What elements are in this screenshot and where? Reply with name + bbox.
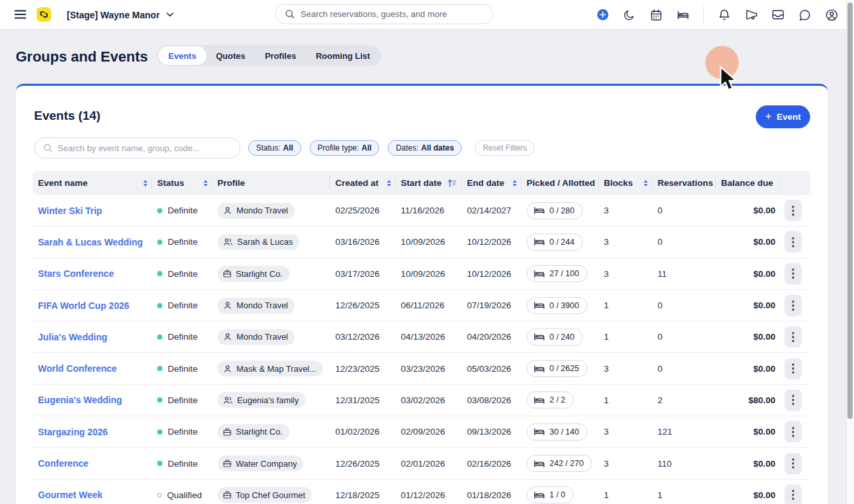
event-name-link[interactable]: FIFA World Cup 2026 [33,300,152,311]
picked-allotted-pill: 0 / 3900 [527,297,587,314]
tab-quotes[interactable]: Quotes [206,46,255,65]
event-name-link[interactable]: Julia's Wedding [33,332,152,342]
filter-chip-profile-type[interactable]: Profile type:All [310,140,380,156]
event-end-date: 10/12/2026 [462,269,521,279]
event-end-date: 07/19/2026 [462,300,521,310]
profile-chip[interactable]: Starlight Co. [217,424,289,440]
profile-chip[interactable]: Starlight Co. [217,266,289,281]
column-header-reservations: Reservations [652,171,716,195]
sort-icon[interactable] [644,180,648,187]
event-name-link[interactable]: Gourmet Week [33,490,152,500]
column-header-status[interactable]: Status [152,171,212,195]
event-balance-due: $80.00 [716,395,781,405]
event-reservations: 0 [652,300,716,310]
inbox-icon[interactable] [771,9,785,22]
kebab-menu-button[interactable] [785,484,802,504]
event-profile: Starlight Co. [212,266,330,281]
property-selector[interactable]: [Stage] Wayne Manor [67,0,174,29]
profile-chip[interactable]: Top Chef Gourmet [217,487,312,503]
plus-icon: + [765,110,771,123]
sort-icon[interactable] [143,180,147,187]
kebab-menu-button[interactable] [785,421,802,442]
sort-icon[interactable] [387,180,391,187]
kebab-menu-button[interactable] [785,231,802,253]
column-header-start-date[interactable]: Start date [396,171,462,195]
kebab-menu-button[interactable] [785,389,802,411]
kebab-menu-button[interactable] [785,295,802,316]
calendar-icon[interactable] [650,9,663,22]
column-header-profile: Profile [212,171,330,195]
moon-icon[interactable] [623,9,636,22]
event-status: Definite [152,332,212,342]
profile-chip[interactable]: Mask & Map Travel... [217,361,323,376]
profile-chip[interactable]: Eugenia's family [217,392,305,408]
kebab-menu-button[interactable] [785,358,802,380]
event-name-link[interactable]: Conference [33,458,152,469]
event-end-date: 01/18/2026 [462,490,521,500]
tab-profiles[interactable]: Profiles [255,46,306,65]
global-search-input[interactable]: Search reservations, guests, and more [275,4,493,24]
bed-icon [534,365,545,373]
profile-chip[interactable]: Mondo Travel [217,329,295,345]
sort-icon[interactable] [513,180,517,187]
kebab-menu-button[interactable] [785,200,802,221]
event-name-link[interactable]: Eugenia's Wedding [33,395,152,405]
account-icon[interactable] [825,9,838,22]
menu-icon[interactable] [14,9,26,20]
scrollbar-track[interactable] [846,0,854,504]
sort-ascending-icon[interactable] [447,179,457,187]
sort-icon[interactable] [204,180,208,187]
event-actions [781,421,811,442]
event-created-at: 12/23/2025 [330,364,396,374]
event-balance-due: $0.00 [716,300,781,310]
event-picked-allotted: 0 / 280 [521,202,599,219]
event-actions [781,295,811,316]
kebab-menu-button[interactable] [785,263,802,285]
event-name-link[interactable]: World Conference [33,363,152,374]
profile-chip[interactable]: Mondo Travel [217,203,295,219]
event-actions [781,263,811,285]
profile-chip[interactable]: Sarah & Lucas [217,234,299,250]
profile-chip[interactable]: Mondo Travel [217,298,295,314]
filter-chip-dates[interactable]: Dates:All dates [388,140,462,156]
topbar: [Stage] Wayne Manor Search reservations,… [0,0,854,29]
event-balance-due: $0.00 [716,206,781,215]
kebab-menu-button[interactable] [785,453,802,475]
megaphone-icon[interactable] [745,9,758,22]
column-header-blocks[interactable]: Blocks [599,171,652,195]
app-logo-icon[interactable] [37,7,51,22]
event-start-date: 10/09/2026 [396,237,462,247]
bed-icon[interactable] [677,9,690,22]
bell-icon[interactable] [718,9,731,22]
event-search-input[interactable]: Search by event name, group, code... [34,137,240,158]
filter-chip-status[interactable]: Status:All [248,140,301,156]
topbar-divider [703,5,704,25]
plus-circle-icon[interactable] [596,9,609,22]
event-blocks: 3 [599,269,652,279]
reset-filters-button[interactable]: Reset Filters [475,140,534,156]
event-name-link[interactable]: Stars Conference [33,268,152,279]
chat-icon[interactable] [798,9,811,22]
tab-rooming-list[interactable]: Rooming List [306,46,380,65]
event-name-link[interactable]: Stargazing 2026 [33,427,152,437]
picked-allotted-pill: 0 / 244 [527,234,583,251]
event-actions [781,389,811,411]
tab-events[interactable]: Events [158,46,206,65]
event-search-placeholder: Search by event name, group, code... [58,143,200,153]
scrollbar-thumb[interactable] [847,3,853,419]
status-dot-icon [157,493,162,497]
add-event-button[interactable]: + Event [756,105,810,128]
column-header-created-at[interactable]: Created at [330,171,396,195]
people-icon [223,395,233,405]
kebab-menu-button[interactable] [785,326,802,348]
column-header-end-date[interactable]: End date [462,171,521,195]
event-profile: Starlight Co. [212,424,330,440]
event-created-at: 12/26/2025 [330,300,396,310]
profile-chip[interactable]: Water Company [217,456,303,471]
event-name-link[interactable]: Sarah & Lucas Wedding [33,237,152,247]
event-name-link[interactable]: Winter Ski Trip [33,206,152,216]
event-row: Stars ConferenceDefiniteStarlight Co.03/… [33,259,811,290]
column-header-event-name[interactable]: Event name [33,171,152,195]
event-status: Definite [152,237,212,247]
event-profile: Eugenia's family [212,392,330,408]
